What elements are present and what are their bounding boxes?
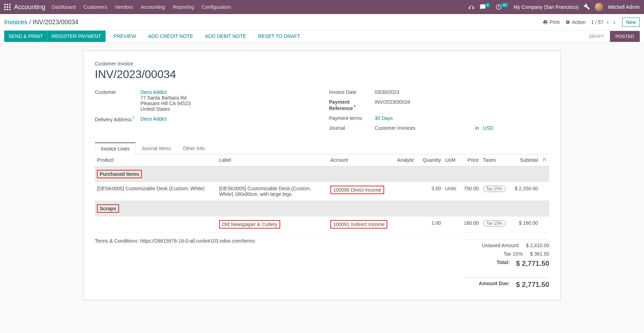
breadcrumb-current: INV/2023/00034: [33, 19, 78, 26]
col-quantity: Quantity: [419, 154, 443, 166]
tax-badge: Tax 15%: [483, 220, 506, 226]
currency-link[interactable]: USD: [483, 125, 494, 131]
cell-product: [DESK0005] Customizable Desk (Custom, Wh…: [95, 182, 217, 200]
cell-qty: 1.00: [419, 216, 443, 232]
svg-rect-9: [469, 7, 470, 9]
status-posted[interactable]: POSTED: [610, 31, 640, 42]
cell-price: 750.00: [460, 182, 481, 200]
adjust-icon: [542, 157, 547, 162]
delivery-link[interactable]: Deco Addict: [140, 116, 167, 122]
breadcrumb-parent[interactable]: Invoices: [4, 19, 27, 26]
record-type: Customer Invoice: [95, 61, 549, 66]
register-payment-button[interactable]: REGISTER PAYMENT: [47, 31, 106, 42]
table-row[interactable]: [DESK0005] Customizable Desk (Custom, Wh…: [95, 182, 549, 200]
address-country: United States: [140, 106, 170, 112]
totals: Untaxed Amount: $ 2,410.00 Tax 15%: $ 36…: [465, 238, 549, 290]
col-subtotal: Subtotal: [510, 154, 540, 166]
svg-rect-1: [7, 4, 8, 5]
svg-rect-4: [7, 6, 8, 8]
delivery-label: Delivery Address?: [95, 116, 140, 122]
cell-analytic: [395, 216, 419, 232]
customer-link[interactable]: Deco Addict: [140, 89, 167, 95]
svg-rect-8: [9, 9, 11, 10]
cell-price: 160.00: [460, 216, 481, 232]
nav-right: 4 40 My Company (San Francisco) Mitchell…: [468, 3, 640, 11]
untaxed-label: Untaxed Amount:: [465, 243, 526, 248]
send-print-button[interactable]: SEND & PRINT: [4, 31, 47, 42]
status-draft[interactable]: DRAFT: [583, 31, 610, 42]
menu-reporting[interactable]: Reporting: [173, 4, 194, 10]
cell-subtotal: $ 160.00: [510, 216, 540, 232]
total-label: Total:: [465, 260, 516, 268]
avatar[interactable]: [595, 3, 603, 11]
cell-product: [95, 216, 217, 232]
section-purchased: Purchased Items: [97, 170, 142, 178]
terms-text: Terms & Conditions: https://26815976-16-…: [95, 238, 255, 244]
pager-next[interactable]: ›: [612, 19, 617, 26]
action-button[interactable]: Action: [565, 19, 586, 25]
untaxed-value: $ 2,410.00: [526, 243, 549, 248]
terms-link[interactable]: 30 Days: [375, 115, 393, 121]
help-icon[interactable]: ?: [132, 116, 134, 120]
cell-account: 100090 Direct Income: [330, 186, 384, 194]
company-switcher[interactable]: My Company (San Francisco): [514, 4, 579, 10]
tax-badge: Tax 15%: [483, 186, 506, 192]
address-line1: 77 Santa Barbara Rd: [140, 95, 187, 101]
brand[interactable]: Accounting: [14, 4, 45, 11]
chat-icon[interactable]: 4: [480, 4, 491, 10]
status-bar: DRAFT POSTED: [583, 31, 640, 42]
user-name[interactable]: Mitchell Admin: [608, 4, 640, 10]
menu-customers[interactable]: Customers: [84, 4, 107, 10]
tab-journal-items[interactable]: Journal Items: [136, 142, 177, 154]
col-price: Price: [460, 154, 481, 166]
print-icon: [543, 20, 548, 25]
cell-label: Old Newspaper & Cutlery: [219, 220, 280, 229]
cell-uom: Units: [443, 182, 460, 200]
support-icon[interactable]: [468, 4, 475, 11]
svg-rect-7: [7, 9, 8, 10]
main-menu: Dashboard Customers Vendors Accounting R…: [52, 4, 468, 10]
new-button[interactable]: New: [622, 18, 640, 27]
tab-other-info[interactable]: Other Info: [177, 142, 211, 154]
debit-note-button[interactable]: ADD DEBIT NOTE: [201, 31, 250, 42]
credit-note-button[interactable]: ADD CREDIT NOTE: [144, 31, 197, 42]
apps-icon[interactable]: [4, 4, 11, 10]
cell-uom: [443, 216, 460, 232]
activity-icon[interactable]: 40: [495, 4, 508, 10]
gear-icon: [565, 20, 570, 25]
control-panel: Invoices / INV/2023/00034 Print Action 1…: [0, 14, 644, 42]
payment-ref-value: INV/2023/00034: [375, 99, 410, 105]
due-label: Amount Due:: [465, 281, 516, 289]
tabs: Invoice Lines Journal Items Other Info: [95, 142, 549, 154]
pager-text: 1 / 57: [591, 19, 604, 25]
col-product: Product: [95, 154, 217, 166]
menu-dashboard[interactable]: Dashboard: [52, 4, 76, 10]
col-taxes: Taxes: [481, 154, 510, 166]
print-button[interactable]: Print: [543, 19, 560, 25]
help-icon[interactable]: ?: [354, 105, 356, 109]
cell-analytic: [395, 182, 419, 200]
menu-accounting[interactable]: Accounting: [141, 4, 165, 10]
reset-draft-button[interactable]: RESET TO DRAFT: [254, 31, 304, 42]
payment-ref-label: Payment Reference?: [329, 99, 375, 111]
debug-icon[interactable]: [584, 4, 590, 11]
form-sheet: Customer Invoice INV/2023/00034 Customer…: [83, 51, 561, 300]
chat-badge: 4: [485, 3, 490, 7]
invoice-lines-table: Product Label Account Analytic Quantity …: [95, 154, 549, 232]
col-adjust[interactable]: [540, 154, 549, 166]
tax-label: Tax 15%:: [465, 251, 530, 257]
menu-vendors[interactable]: Vendors: [115, 4, 133, 10]
breadcrumb: Invoices / INV/2023/00034: [4, 19, 78, 26]
cell-label: [DESK0005] Customizable Desk (Custom, Wh…: [217, 182, 328, 200]
record-name: INV/2023/00034: [95, 68, 549, 81]
col-label: Label: [217, 154, 328, 166]
pager: 1 / 57 ‹ ›: [591, 19, 617, 26]
tab-invoice-lines[interactable]: Invoice Lines: [95, 142, 136, 154]
due-value: $ 2,771.50: [516, 281, 549, 289]
menu-configuration[interactable]: Configuration: [202, 4, 231, 10]
customer-label: Customer: [95, 89, 140, 95]
pager-prev[interactable]: ‹: [606, 19, 610, 26]
col-analytic: Analytic: [395, 154, 419, 166]
preview-button[interactable]: PREVIEW: [109, 31, 140, 42]
table-row[interactable]: Old Newspaper & Cutlery 100091 Indirect …: [95, 216, 549, 232]
